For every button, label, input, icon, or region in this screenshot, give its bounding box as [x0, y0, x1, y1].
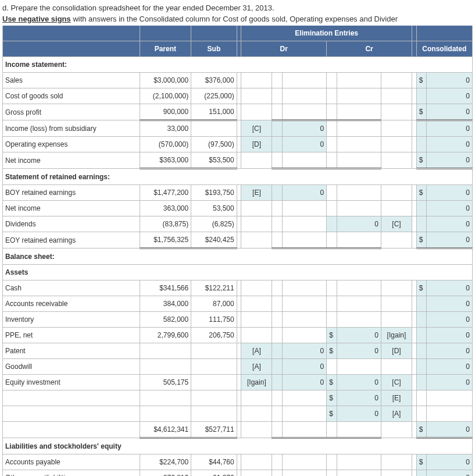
cr-code-pat[interactable]: [D]: [381, 343, 412, 359]
cr-val-ppe[interactable]: 0: [337, 328, 381, 343]
cons-val-eq3: [427, 406, 473, 422]
cons-prefix-eoy: $: [416, 232, 427, 248]
cr-code-ppe[interactable]: [Igain]: [381, 328, 412, 343]
cons-prefix-ocl: [416, 470, 427, 477]
sub-ppe: 206,750: [191, 328, 237, 343]
cr-prefix-ar: [327, 296, 337, 312]
dr-prefix-inv: [272, 312, 283, 328]
spacer: [237, 104, 241, 120]
dr-val-boy[interactable]: 0: [283, 185, 327, 201]
cons-val-ar[interactable]: 0: [427, 296, 473, 312]
cons-val-eoy[interactable]: 0: [427, 232, 473, 248]
row-label-eoy: EOY retained earnings: [3, 232, 140, 248]
cons-val-sales[interactable]: 0: [427, 73, 473, 88]
dr-val-eq2: [283, 390, 327, 406]
header-consolidated: Consolidated: [416, 41, 472, 57]
cr-code-div[interactable]: [C]: [381, 216, 412, 232]
dr-val-pat[interactable]: 0: [283, 343, 327, 359]
cr-prefix-inv: [327, 312, 337, 328]
parent-sales: $3,000,000: [140, 73, 191, 88]
dr-code-boy[interactable]: [E]: [241, 185, 272, 201]
spacer: [412, 328, 417, 343]
consolidation-table: Elimination Entries Parent Sub Dr Cr Con…: [2, 26, 473, 476]
parent-cash: $341,566: [140, 280, 191, 296]
sub-div: (6,825): [191, 216, 237, 232]
cr-prefix-ppe: $: [327, 328, 337, 343]
dr-val-ap: [283, 454, 327, 470]
spacer: [237, 88, 241, 104]
cons-prefix-incsub: [416, 120, 427, 137]
cr-code-eq3[interactable]: [A]: [381, 406, 412, 422]
cr-val-sales: [337, 73, 381, 88]
dr-val-incsub[interactable]: 0: [283, 120, 327, 137]
spacer: [412, 216, 417, 232]
spacer: [412, 88, 417, 104]
cons-val-cash[interactable]: 0: [427, 280, 473, 296]
cons-val-gw[interactable]: 0: [427, 359, 473, 375]
cons-prefix-eq: [416, 375, 427, 390]
dr-code-opex[interactable]: [D]: [241, 137, 272, 152]
cr-val-pat[interactable]: 0: [337, 343, 381, 359]
dr-code-pat[interactable]: [A]: [241, 343, 272, 359]
cr-prefix-boy: [327, 185, 337, 201]
cr-val-div[interactable]: 0: [337, 216, 381, 232]
dr-code-incsub[interactable]: [C]: [241, 120, 272, 137]
parent-gp: 900,000: [140, 104, 191, 120]
dr-code-eq2: [241, 390, 272, 406]
dr-prefix-ap: [272, 454, 283, 470]
spacer: [412, 73, 417, 88]
dr-val-eq[interactable]: 0: [283, 375, 327, 390]
dr-val-inv: [283, 312, 327, 328]
sub-pat: [191, 343, 237, 359]
cons-val-ocl[interactable]: 0: [427, 470, 473, 477]
row-label-cogs: Cost of goods sold: [3, 88, 140, 104]
spacer: [237, 120, 241, 137]
row-label-sales: Sales: [3, 73, 140, 88]
header-cr: Cr: [327, 41, 412, 57]
dr-val-ppe: [283, 328, 327, 343]
dr-code-gw[interactable]: [A]: [241, 359, 272, 375]
cr-val-eq3[interactable]: 0: [337, 406, 381, 422]
cr-code-gw: [381, 359, 412, 375]
cons-prefix-gp: $: [416, 104, 427, 120]
parent-ppe: 2,799,600: [140, 328, 191, 343]
cons-val-incsub[interactable]: 0: [427, 120, 473, 137]
cons-prefix-eq2: [416, 390, 427, 406]
cr-val-eq[interactable]: 0: [337, 375, 381, 390]
cons-val-pat[interactable]: 0: [427, 343, 473, 359]
cons-val-ap[interactable]: 0: [427, 454, 473, 470]
header-sub: Sub: [191, 41, 237, 57]
dr-code-eq[interactable]: [Igain]: [241, 375, 272, 390]
cons-val-atot[interactable]: 0: [427, 422, 473, 438]
cons-val-cogs[interactable]: 0: [427, 88, 473, 104]
dr-val-gw[interactable]: 0: [283, 359, 327, 375]
dr-val-eoy: [283, 232, 327, 248]
cons-prefix-cash: $: [416, 280, 427, 296]
cr-val-eq2[interactable]: 0: [337, 390, 381, 406]
cr-code-opex: [381, 137, 412, 152]
cons-val-ni[interactable]: 0: [427, 152, 473, 169]
cons-val-div[interactable]: 0: [427, 216, 473, 232]
parent-ocl: 276,816: [140, 470, 191, 477]
cons-val-boy[interactable]: 0: [427, 185, 473, 201]
spacer: [412, 232, 417, 248]
cr-prefix-eq: $: [327, 375, 337, 390]
cons-val-gp[interactable]: 0: [427, 104, 473, 120]
parent-inv: 582,000: [140, 312, 191, 328]
sub-eq2: [191, 390, 237, 406]
cons-val-ppe[interactable]: 0: [427, 328, 473, 343]
cr-val-cash: [337, 280, 381, 296]
cons-val-ni2[interactable]: 0: [427, 201, 473, 216]
dr-prefix-eq2: [272, 390, 283, 406]
row-label-gw: Goodwill: [3, 359, 140, 375]
instruction-2: Use negative signs with answers in the C…: [2, 15, 473, 23]
cr-code-eq2[interactable]: [E]: [381, 390, 412, 406]
spacer: [237, 312, 241, 328]
cons-val-inv[interactable]: 0: [427, 312, 473, 328]
spacer: [412, 390, 417, 406]
cons-val-eq[interactable]: 0: [427, 375, 473, 390]
dr-val-opex[interactable]: 0: [283, 137, 327, 152]
cr-code-eq[interactable]: [C]: [381, 375, 412, 390]
cons-val-opex[interactable]: 0: [427, 137, 473, 152]
spacer: [412, 104, 417, 120]
